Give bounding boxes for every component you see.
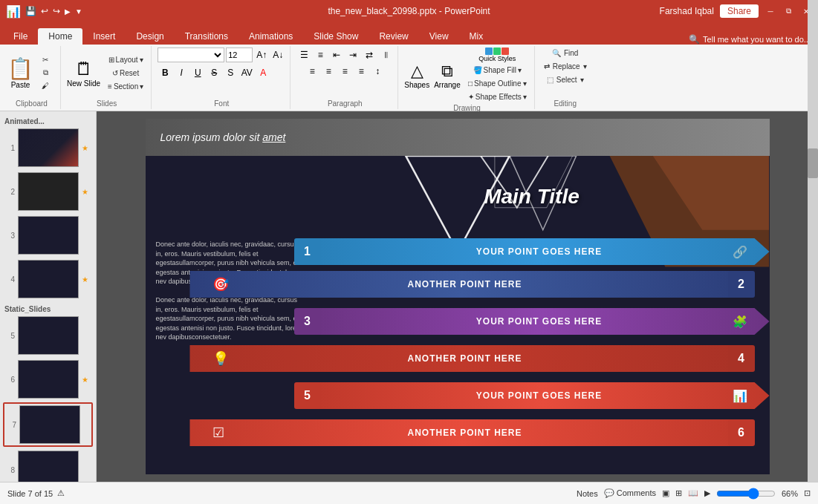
quick-access-more[interactable]: ▼	[75, 7, 82, 16]
strikethrough-button[interactable]: S	[207, 65, 221, 80]
shadow-button[interactable]: S	[223, 65, 238, 80]
slide-thumb-1[interactable]: 1 ★	[3, 127, 93, 168]
slide-thumb-7[interactable]: 7	[3, 402, 93, 447]
select-button[interactable]: ⬚ Select▾	[544, 74, 587, 85]
copy-button[interactable]: ⧉	[35, 67, 56, 79]
italic-button[interactable]: I	[174, 65, 189, 80]
search-icon: 🔍	[689, 34, 700, 45]
fit-to-window-button[interactable]: ⊡	[804, 488, 811, 498]
vertical-scrollbar[interactable]	[808, 111, 818, 482]
arrange-button[interactable]: ⧉ Arrange	[434, 62, 461, 89]
notes-button[interactable]: Notes	[577, 489, 598, 498]
paste-button[interactable]: 📋 Paste	[7, 56, 33, 89]
quick-access-redo[interactable]: ↪	[53, 6, 60, 16]
slide-thumb-2[interactable]: 2 ★	[3, 171, 93, 212]
slide-thumb-6[interactable]: 6 ★	[3, 359, 93, 400]
editing-group: 🔍 Find ⇄ Replace▾ ⬚ Select▾ Editing	[536, 46, 594, 109]
zoom-slider[interactable]	[716, 488, 776, 500]
indent-dec-button[interactable]: ⇤	[329, 48, 344, 62]
slide-preview-1	[18, 128, 79, 167]
tab-file[interactable]: File	[3, 28, 38, 45]
tab-review[interactable]: Review	[369, 28, 418, 45]
tab-mix[interactable]: Mix	[459, 28, 494, 45]
num-list-button[interactable]: ≡	[313, 48, 328, 62]
fontcolor-button[interactable]: A	[256, 65, 270, 80]
align-center-button[interactable]: ≡	[321, 64, 336, 79]
layout-button[interactable]: ⊞ Layout▾	[105, 54, 146, 65]
bold-button[interactable]: B	[158, 65, 172, 80]
new-slide-button[interactable]: 🗒 New Slide	[67, 59, 100, 88]
editing-content: 🔍 Find ⇄ Replace▾ ⬚ Select▾	[541, 48, 590, 98]
quick-access-save[interactable]: 💾	[25, 6, 36, 16]
app-icon: 📊	[6, 4, 21, 19]
row3-bar: YOUR POINT GOES HERE 🧩	[317, 308, 770, 335]
main-title-area: Main Title	[294, 163, 770, 230]
section-icon: ≡	[108, 82, 112, 91]
replace-button[interactable]: ⇄ Replace▾	[541, 61, 590, 72]
slide-thumb-3[interactable]: 3	[3, 215, 93, 256]
point-row-3: YOUR POINT GOES HERE 🧩 3	[317, 308, 770, 344]
rtl-button[interactable]: ⇄	[362, 48, 377, 62]
shape-fill-button[interactable]: 🪣 Shape Fill▾	[465, 65, 530, 76]
format-painter-button[interactable]: 🖌	[35, 80, 56, 91]
slides-content: 🗒 New Slide ⊞ Layout▾ ↺ Reset ≡ Section▾	[67, 48, 146, 98]
comments-button[interactable]: 💬 Comments	[604, 488, 656, 498]
normal-view-button[interactable]: ▣	[662, 488, 669, 498]
quick-access-present[interactable]: ▶	[65, 7, 71, 16]
main-area: Animated... 1 ★ 2 ★ 3 4 ★ Static_Slides …	[0, 111, 818, 482]
tab-animations[interactable]: Animations	[238, 28, 303, 45]
cut-button[interactable]: ✂	[35, 54, 56, 65]
slideshow-button[interactable]: ▶	[704, 488, 710, 498]
find-button[interactable]: 🔍 Find	[549, 48, 581, 59]
section-button[interactable]: ≡ Section▾	[105, 81, 146, 92]
restore-button[interactable]: ⧉	[782, 5, 794, 17]
tab-transitions[interactable]: Transitions	[175, 28, 238, 45]
shapes-button[interactable]: △ Shapes	[404, 62, 429, 89]
justify-button[interactable]: ≡	[354, 64, 369, 79]
shape-effects-button[interactable]: ✦ Shape Effects▾	[465, 91, 530, 102]
minimize-button[interactable]: ─	[765, 5, 776, 17]
charspace-button[interactable]: AV	[239, 65, 254, 80]
point-row-2: ANOTHER POINT HERE 🎯 2	[146, 271, 747, 307]
tab-design[interactable]: Design	[126, 28, 174, 45]
share-button[interactable]: Share	[720, 4, 759, 18]
clipboard-group: 📋 Paste ✂ ⧉ 🖌 Clipboard	[3, 46, 61, 109]
shape-outline-icon: □	[468, 79, 473, 88]
editing-label: Editing	[554, 98, 577, 108]
point-row-5: YOUR POINT GOES HERE 📊 5	[317, 382, 770, 418]
row5-bar: YOUR POINT GOES HERE 📊	[317, 382, 770, 409]
tab-slideshow[interactable]: Slide Show	[303, 28, 369, 45]
slide-thumb-4[interactable]: 4 ★	[3, 258, 93, 300]
bullet-list-button[interactable]: ☰	[296, 48, 311, 62]
tab-view[interactable]: View	[419, 28, 459, 45]
slide-canvas[interactable]: Lorem ipsum dolor sit amet Main Title Do…	[146, 119, 770, 474]
align-right-button[interactable]: ≡	[337, 64, 352, 79]
para-row-1: ☰ ≡ ⇤ ⇥ ⇄ ⫴	[296, 48, 393, 62]
reset-button[interactable]: ↺ Reset	[105, 68, 146, 79]
font-family-select[interactable]	[158, 48, 224, 62]
indent-inc-button[interactable]: ⇥	[345, 48, 360, 62]
slide-area[interactable]: Lorem ipsum dolor sit amet Main Title Do…	[97, 111, 818, 482]
quick-access-undo[interactable]: ↩	[41, 6, 48, 16]
quick-styles-button[interactable]: Quick Styles	[465, 48, 530, 62]
underline-button[interactable]: U	[190, 65, 205, 80]
row4-bar: ANOTHER POINT HERE 💡	[175, 345, 747, 372]
font-size-dec-button[interactable]: A↓	[270, 48, 285, 62]
slide-preview-6	[18, 360, 79, 399]
align-left-button[interactable]: ≡	[305, 64, 319, 79]
font-size-inc-button[interactable]: A↑	[254, 48, 269, 62]
columns-button[interactable]: ⫴	[378, 48, 393, 62]
slide-thumb-5[interactable]: 5	[3, 315, 93, 356]
linespace-button[interactable]: ↕	[370, 64, 385, 79]
font-size-input[interactable]	[226, 48, 253, 62]
tab-insert[interactable]: Insert	[82, 28, 126, 45]
scroll-thumb-v[interactable]	[808, 148, 818, 178]
tab-home[interactable]: Home	[38, 28, 82, 45]
slide-sorter-button[interactable]: ⊞	[675, 488, 682, 498]
slide-thumb-8[interactable]: 8	[3, 449, 93, 482]
reading-view-button[interactable]: 📖	[688, 488, 698, 498]
shape-outline-button[interactable]: □ Shape Outline▾	[465, 78, 530, 89]
slide-header-underline: amet	[262, 131, 285, 143]
slides-group: 🗒 New Slide ⊞ Layout▾ ↺ Reset ≡ Section▾…	[62, 46, 152, 109]
tell-me-area[interactable]: 🔍 Tell me what you want to do...	[681, 34, 818, 45]
